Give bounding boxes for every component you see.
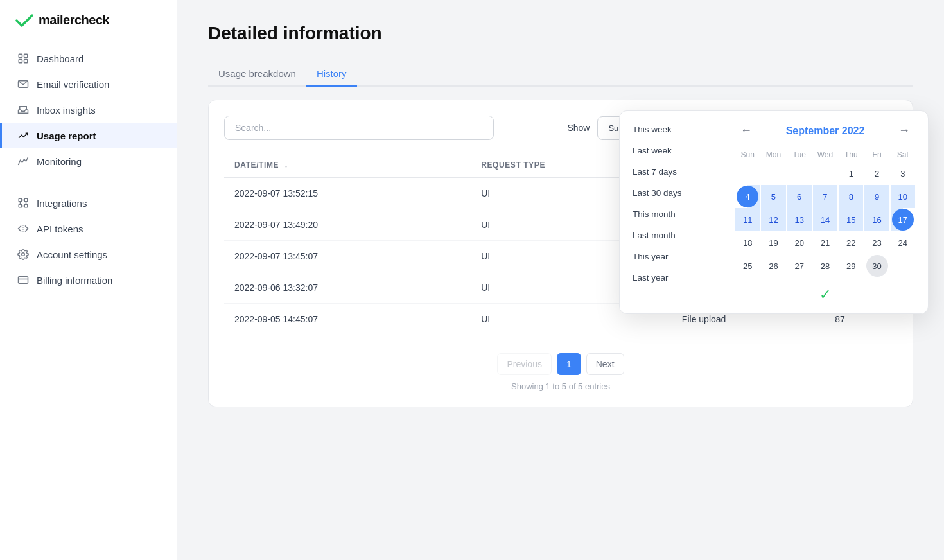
calendar-day-cell[interactable]: 28 [813, 254, 837, 277]
sidebar-item-account-settings[interactable]: Account settings [0, 241, 177, 267]
calendar-day-cell[interactable]: 26 [761, 254, 785, 277]
filter-last-7-days[interactable]: Last 7 days [620, 161, 722, 182]
api-icon [17, 223, 29, 234]
calendar-days-grid: 1234567891011121314151617181920212223242… [735, 162, 915, 277]
previous-button[interactable]: Previous [497, 353, 551, 375]
calendar-day-cell[interactable]: 1 [839, 162, 863, 185]
billing-icon [17, 274, 29, 286]
svg-rect-7 [19, 204, 22, 207]
calendar-week-row: 123 [735, 162, 915, 185]
calendar-day-cell[interactable]: 16 [864, 208, 889, 231]
calendar-day-cell[interactable]: 21 [813, 231, 837, 254]
calendar-week-row: 11121314151617 [735, 208, 915, 231]
sidebar-item-monitoring[interactable]: Monitoring [0, 148, 177, 174]
nav-divider [0, 182, 177, 182]
calendar-day-cell[interactable]: 11 [735, 208, 760, 231]
calendar-day-cell[interactable]: 24 [891, 231, 915, 254]
pagination: Previous 1 Next [224, 353, 897, 375]
sort-datetime-icon[interactable]: ↓ [284, 161, 288, 170]
filter-last-year[interactable]: Last year [620, 267, 722, 288]
cell-datetime: 2022-09-05 14:45:07 [224, 304, 471, 335]
calendar-day-cell[interactable]: 23 [864, 231, 889, 254]
filter-last-week[interactable]: Last week [620, 140, 722, 161]
sidebar-item-monitoring-label: Monitoring [37, 156, 82, 167]
calendar-day-cell[interactable]: 15 [839, 208, 863, 231]
calendar-prev-button[interactable]: ← [735, 121, 757, 140]
sidebar-item-email-label: Email verification [37, 79, 109, 90]
calendar-day-cell[interactable]: 12 [761, 208, 785, 231]
filter-last-30-days[interactable]: Last 30 days [620, 182, 722, 204]
tabs: Usage breakdown History [208, 62, 913, 87]
confirm-button[interactable]: ✓ [819, 286, 831, 303]
calendar-day-cell[interactable]: 4 [735, 185, 760, 208]
sidebar-item-email-verification[interactable]: Email verification [0, 71, 177, 97]
calendar-day-cell[interactable]: 6 [787, 185, 812, 208]
calendar-day-cell[interactable]: 9 [864, 185, 889, 208]
sidebar-item-api-label: API tokens [37, 223, 83, 234]
calendar-day-cell[interactable]: 29 [839, 254, 863, 277]
calendar-week-row: 45678910 [735, 185, 915, 208]
monitor-icon [17, 155, 29, 167]
search-input[interactable] [224, 116, 494, 140]
sidebar-item-billing-label: Billing information [37, 275, 112, 286]
cell-datetime: 2022-09-07 13:49:20 [224, 209, 471, 241]
filter-last-month[interactable]: Last month [620, 225, 722, 246]
dashboard-icon [17, 53, 29, 64]
svg-rect-6 [24, 198, 28, 202]
day-header-sun: Sun [735, 148, 760, 162]
calendar-day-cell[interactable]: 13 [787, 208, 812, 231]
calendar-day-cell[interactable]: 20 [787, 231, 812, 254]
svg-rect-1 [24, 54, 28, 57]
sidebar-item-api-tokens[interactable]: API tokens [0, 216, 177, 241]
calendar-day-cell[interactable]: 10 [891, 185, 915, 208]
svg-point-14 [22, 253, 25, 256]
calendar-confirm: ✓ [735, 286, 915, 303]
inbox-icon [17, 104, 29, 116]
sidebar-item-inbox-label: Inbox insights [37, 105, 96, 116]
calendar-day-cell[interactable]: 18 [735, 231, 760, 254]
day-header-fri: Fri [864, 148, 889, 162]
filter-this-month[interactable]: This month [620, 204, 722, 225]
chart-icon [17, 130, 29, 141]
calendar-day-cell[interactable]: 14 [813, 208, 837, 231]
page-1-button[interactable]: 1 [557, 353, 581, 375]
email-icon [17, 78, 29, 90]
logo-text: mailercheck [39, 13, 109, 28]
sidebar-item-integrations[interactable]: Integrations [0, 190, 177, 216]
cell-datetime: 2022-09-06 13:32:07 [224, 272, 471, 304]
calendar-next-button[interactable]: → [893, 121, 915, 140]
tab-history[interactable]: History [306, 62, 357, 87]
sidebar-item-billing[interactable]: Billing information [0, 267, 177, 293]
calendar-day-cell[interactable]: 25 [735, 254, 760, 277]
main-content: Detailed information Usage breakdown His… [177, 0, 944, 560]
calendar-day-cell[interactable]: 7 [813, 185, 837, 208]
sidebar-item-inbox-insights[interactable]: Inbox insights [0, 97, 177, 123]
sidebar-item-usage-label: Usage report [37, 130, 96, 141]
svg-rect-5 [19, 198, 22, 202]
calendar-day-cell[interactable]: 22 [839, 231, 863, 254]
calendar-header: ← September 2022 → [735, 121, 915, 140]
page-title: Detailed information [208, 23, 913, 44]
calendar-day-cell[interactable]: 27 [787, 254, 812, 277]
calendar-day-cell[interactable]: 8 [839, 185, 863, 208]
sidebar-item-usage-report[interactable]: Usage report [0, 123, 177, 148]
calendar-week-row: 252627282930 [735, 254, 915, 277]
next-button[interactable]: Next [586, 353, 624, 375]
tab-usage-breakdown[interactable]: Usage breakdown [208, 62, 306, 87]
calendar-day-cell[interactable]: 2 [864, 162, 889, 185]
date-dropdown: This week Last week Last 7 days Last 30 … [619, 110, 929, 314]
calendar-day-cell[interactable]: 3 [891, 162, 915, 185]
showing-info: Showing 1 to 5 of 5 entries [224, 381, 897, 391]
calendar-day-headers: Sun Mon Tue Wed Thu Fri Sat [735, 148, 915, 162]
filter-this-week[interactable]: This week [620, 119, 722, 140]
day-header-thu: Thu [839, 148, 863, 162]
quick-filters-panel: This week Last week Last 7 days Last 30 … [620, 111, 722, 313]
filter-this-year[interactable]: This year [620, 246, 722, 267]
svg-rect-8 [24, 204, 28, 207]
calendar-day-cell[interactable]: 19 [761, 231, 785, 254]
calendar-day-cell[interactable]: 5 [761, 185, 785, 208]
sidebar-item-dashboard[interactable]: Dashboard [0, 46, 177, 71]
calendar-day-cell[interactable]: 17 [891, 208, 915, 231]
calendar-day-cell[interactable]: 30 [864, 254, 889, 277]
integrations-icon [17, 197, 29, 209]
